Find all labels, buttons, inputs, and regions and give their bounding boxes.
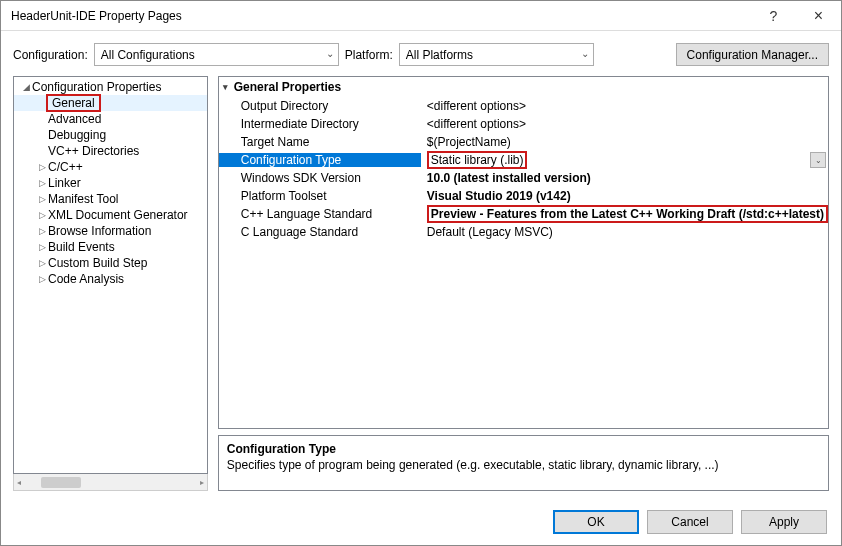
- tree-root[interactable]: ◢Configuration Properties: [14, 79, 207, 95]
- collapsed-icon: ▷: [36, 258, 48, 268]
- help-button[interactable]: ?: [751, 1, 796, 31]
- property-label: C++ Language Standard: [219, 207, 421, 221]
- expanded-icon: ◢: [20, 82, 32, 92]
- property-value[interactable]: Visual Studio 2019 (v142): [421, 189, 828, 203]
- tree-item-label: General: [46, 94, 101, 112]
- configuration-value: All Configurations: [101, 48, 195, 62]
- configuration-dropdown[interactable]: All Configurations ⌄: [94, 43, 339, 66]
- tree-item-linker[interactable]: ▷Linker: [14, 175, 207, 191]
- property-label: Windows SDK Version: [219, 171, 421, 185]
- property-value[interactable]: Preview - Features from the Latest C++ W…: [421, 205, 828, 223]
- tree-item-build-events[interactable]: ▷Build Events: [14, 239, 207, 255]
- dropdown-button[interactable]: ⌄: [810, 152, 826, 168]
- tree-item-label: VC++ Directories: [48, 144, 139, 158]
- property-row[interactable]: Intermediate Directory<different options…: [219, 115, 828, 133]
- apply-button[interactable]: Apply: [741, 510, 827, 534]
- tree-item-browse-information[interactable]: ▷Browse Information: [14, 223, 207, 239]
- grid-group-title: General Properties: [234, 80, 341, 94]
- tree-item-label: Browse Information: [48, 224, 151, 238]
- tree-item-label: Code Analysis: [48, 272, 124, 286]
- close-button[interactable]: ×: [796, 1, 841, 31]
- scroll-arrow-left-icon[interactable]: ◂: [17, 478, 21, 487]
- scrollbar-thumb[interactable]: [41, 477, 81, 488]
- property-value[interactable]: <different options>: [421, 117, 828, 131]
- configuration-manager-button[interactable]: Configuration Manager...: [676, 43, 829, 66]
- tree-item-code-analysis[interactable]: ▷Code Analysis: [14, 271, 207, 287]
- tree-item-vc-directories[interactable]: VC++ Directories: [14, 143, 207, 159]
- chevron-down-icon: ⌄: [326, 48, 334, 59]
- property-row[interactable]: Platform ToolsetVisual Studio 2019 (v142…: [219, 187, 828, 205]
- property-label: C Language Standard: [219, 225, 421, 239]
- property-row[interactable]: Target Name$(ProjectName): [219, 133, 828, 151]
- tree-root-label: Configuration Properties: [32, 80, 161, 94]
- tree-item-label: Advanced: [48, 112, 101, 126]
- property-label: Intermediate Directory: [219, 117, 421, 131]
- property-label: Target Name: [219, 135, 421, 149]
- collapsed-icon: ▷: [36, 210, 48, 220]
- highlighted-value: Preview - Features from the Latest C++ W…: [427, 205, 828, 223]
- collapsed-icon: ▷: [36, 226, 48, 236]
- description-panel: Configuration Type Specifies type of pro…: [218, 435, 829, 491]
- collapsed-icon: ▷: [36, 194, 48, 204]
- description-title: Configuration Type: [227, 442, 820, 456]
- property-value[interactable]: 10.0 (latest installed version): [421, 171, 828, 185]
- platform-dropdown[interactable]: All Platforms ⌄: [399, 43, 594, 66]
- nav-tree[interactable]: ◢Configuration PropertiesGeneralAdvanced…: [13, 76, 208, 474]
- configuration-label: Configuration:: [13, 48, 88, 62]
- platform-label: Platform:: [345, 48, 393, 62]
- property-value[interactable]: <different options>: [421, 99, 828, 113]
- collapsed-icon: ▷: [36, 162, 48, 172]
- property-row[interactable]: Windows SDK Version10.0 (latest installe…: [219, 169, 828, 187]
- description-text: Specifies type of program being generate…: [227, 458, 820, 472]
- cancel-button[interactable]: Cancel: [647, 510, 733, 534]
- collapsed-icon: ▷: [36, 242, 48, 252]
- tree-item-advanced[interactable]: Advanced: [14, 111, 207, 127]
- collapse-icon: ▾: [223, 82, 228, 92]
- window-title: HeaderUnit-IDE Property Pages: [11, 9, 751, 23]
- tree-item-custom-build-step[interactable]: ▷Custom Build Step: [14, 255, 207, 271]
- property-label: Platform Toolset: [219, 189, 421, 203]
- tree-item-general[interactable]: General: [14, 95, 207, 111]
- horizontal-scrollbar[interactable]: ◂ ▸: [13, 474, 208, 491]
- tree-item-c-c-[interactable]: ▷C/C++: [14, 159, 207, 175]
- tree-item-label: C/C++: [48, 160, 83, 174]
- tree-item-label: Build Events: [48, 240, 115, 254]
- dialog-footer: OK Cancel Apply: [1, 499, 841, 545]
- property-value[interactable]: $(ProjectName): [421, 135, 828, 149]
- collapsed-icon: ▷: [36, 178, 48, 188]
- highlighted-value: Static library (.lib): [427, 151, 528, 169]
- chevron-down-icon: ⌄: [581, 48, 589, 59]
- tree-item-manifest-tool[interactable]: ▷Manifest Tool: [14, 191, 207, 207]
- ok-button[interactable]: OK: [553, 510, 639, 534]
- tree-item-label: XML Document Generator: [48, 208, 188, 222]
- tree-item-label: Custom Build Step: [48, 256, 147, 270]
- tree-item-label: Manifest Tool: [48, 192, 118, 206]
- config-bar: Configuration: All Configurations ⌄ Plat…: [1, 31, 841, 76]
- tree-item-label: Debugging: [48, 128, 106, 142]
- property-row[interactable]: Output Directory<different options>: [219, 97, 828, 115]
- property-grid: ▾ General Properties Output Directory<di…: [218, 76, 829, 429]
- titlebar: HeaderUnit-IDE Property Pages ? ×: [1, 1, 841, 31]
- scroll-arrow-right-icon[interactable]: ▸: [200, 478, 204, 487]
- collapsed-icon: ▷: [36, 274, 48, 284]
- tree-item-debugging[interactable]: Debugging: [14, 127, 207, 143]
- platform-value: All Platforms: [406, 48, 473, 62]
- property-row[interactable]: C++ Language StandardPreview - Features …: [219, 205, 828, 223]
- tree-item-xml-document-generator[interactable]: ▷XML Document Generator: [14, 207, 207, 223]
- property-label: Output Directory: [219, 99, 421, 113]
- property-value[interactable]: Default (Legacy MSVC): [421, 225, 828, 239]
- property-label: Configuration Type: [219, 153, 421, 167]
- property-row[interactable]: Configuration TypeStatic library (.lib)⌄: [219, 151, 828, 169]
- property-value[interactable]: Static library (.lib)⌄: [421, 151, 828, 169]
- grid-group-header[interactable]: ▾ General Properties: [219, 77, 828, 97]
- tree-item-label: Linker: [48, 176, 81, 190]
- property-row[interactable]: C Language StandardDefault (Legacy MSVC): [219, 223, 828, 241]
